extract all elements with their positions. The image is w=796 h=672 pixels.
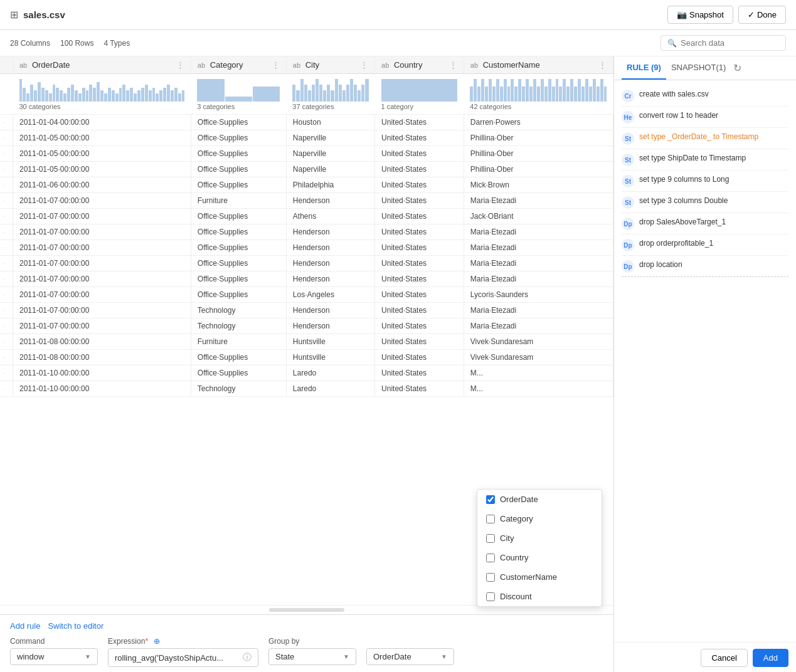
done-check-icon: ✓	[748, 10, 755, 19]
table-cell: Henderson	[286, 240, 374, 256]
dropdown-checkbox-city[interactable]	[486, 534, 495, 543]
col-menu-category[interactable]: ⋮	[272, 60, 280, 70]
rule-icon-st: St	[622, 154, 634, 166]
col-header-category[interactable]: ab Category ⋮	[191, 56, 286, 74]
groupby-select[interactable]: State ▼	[268, 648, 356, 665]
meta-bar: 28 Columns 100 Rows 4 Types 🔍	[0, 30, 796, 56]
row-indicator: ·	[0, 240, 13, 256]
dropdown-checkbox-orderdate[interactable]	[486, 495, 495, 504]
rule-item[interactable]: Stset type _OrderDate_ to Timestamp	[622, 128, 788, 149]
table-cell: Henderson	[286, 256, 374, 271]
rule-item[interactable]: Stset type 3 columns Double	[622, 192, 788, 213]
dropdown-checkbox-country[interactable]	[486, 554, 495, 562]
add-rule-link[interactable]: Add rule	[10, 621, 40, 631]
command-select[interactable]: window ▼	[10, 648, 98, 665]
table-cell: Office·Supplies	[191, 365, 286, 381]
add-button[interactable]: Add	[753, 649, 788, 667]
table-cell: M...	[464, 381, 613, 397]
cancel-button[interactable]: Cancel	[701, 649, 747, 667]
dropdown-item-discount[interactable]: Discount	[477, 587, 602, 606]
search-bar[interactable]: 🔍	[661, 35, 786, 51]
rule-text: drop location	[639, 260, 682, 270]
tab-rule[interactable]: RULE (9)	[622, 56, 666, 80]
search-icon: 🔍	[667, 39, 677, 48]
search-input[interactable]	[681, 38, 775, 48]
table-cell: 2011-01-04·00:00:00	[13, 115, 191, 130]
table-cell: Henderson	[286, 271, 374, 287]
rule-item[interactable]: Dpdrop SalesAboveTarget_1	[622, 213, 788, 234]
rule-actions: Cancel Add	[614, 642, 796, 672]
table-cell: Office·Supplies	[191, 287, 286, 303]
col-header-city[interactable]: ab City ⋮	[286, 56, 374, 74]
rule-item[interactable]: Stset type 9 columns to Long	[622, 171, 788, 192]
expression-add-icon[interactable]: ⊕	[154, 637, 160, 646]
table-cell: Office·Supplies	[191, 256, 286, 271]
command-label: Command	[10, 637, 98, 646]
right-panel: RULE (9) SNAPSHOT(1) ↻ Crcreate with sal…	[614, 56, 796, 672]
snapshot-button[interactable]: 📷 Snapshot	[667, 6, 733, 24]
row-indicator: ·	[0, 381, 13, 397]
switch-editor-link[interactable]: Switch to editor	[48, 621, 103, 631]
dropdown-checkbox-category[interactable]	[486, 515, 495, 523]
rule-icon-dp: Dp	[622, 239, 634, 251]
horizontal-scrollbar[interactable]	[269, 608, 344, 612]
dropdown-item-customername[interactable]: CustomerName	[477, 567, 602, 587]
table-cell: Henderson	[286, 303, 374, 318]
rule-item[interactable]: Crcreate with sales.csv	[622, 85, 788, 107]
table-row: ·2011-01-07·00:00:00Office·SuppliesAthen…	[0, 209, 613, 224]
table-cell: 2011-01-10·00:00:00	[13, 381, 191, 397]
col-header-country[interactable]: ab Country ⋮	[375, 56, 464, 74]
table-cell: United·States	[375, 146, 464, 162]
row-indicator: ·	[0, 162, 13, 177]
col-menu-orderdate[interactable]: ⋮	[176, 60, 184, 70]
orderby-label	[366, 637, 454, 646]
orderby-chevron-icon: ▼	[441, 653, 447, 660]
refresh-icon[interactable]: ↻	[733, 62, 741, 74]
dropdown-item-orderdate[interactable]: OrderDate	[477, 490, 602, 509]
table-cell: United·States	[375, 365, 464, 381]
dropdown-checkbox-discount[interactable]	[486, 592, 495, 601]
table-row: ·2011-01-07·00:00:00FurnitureHendersonUn…	[0, 193, 613, 209]
rule-item[interactable]: Heconvert row 1 to header	[622, 107, 788, 128]
expression-info-icon[interactable]: ⓘ	[243, 652, 252, 663]
cat-count-customername: 42 categories	[470, 102, 607, 112]
file-icon: ⊞	[10, 9, 18, 21]
rule-links: Add rule Switch to editor	[10, 621, 603, 631]
column-dropdown: OrderDateCategoryCityCountryCustomerName…	[477, 489, 602, 607]
row-indicator: ·	[0, 224, 13, 240]
row-indicator: ·	[0, 130, 13, 146]
expression-label: Expression* ⊕	[108, 637, 258, 646]
orderby-select[interactable]: OrderDate ▼	[366, 648, 454, 665]
table-cell: Office·Supplies	[191, 130, 286, 146]
table-cell: United·States	[375, 271, 464, 287]
table-cell: Office·Supplies	[191, 115, 286, 130]
rule-item[interactable]: Dpdrop location	[622, 256, 788, 277]
tab-snapshot[interactable]: SNAPSHOT(1)	[666, 56, 731, 80]
dropdown-checkbox-customername[interactable]	[486, 573, 495, 582]
table-row: ·2011-01-07·00:00:00Office·SuppliesHende…	[0, 240, 613, 256]
done-button[interactable]: ✓ Done	[738, 6, 786, 24]
col-header-orderdate[interactable]: ab OrderDate ⋮	[13, 56, 191, 74]
rule-text: convert row 1 to header	[639, 110, 718, 121]
rule-icon-cr: Cr	[622, 90, 634, 102]
col-menu-city[interactable]: ⋮	[360, 60, 368, 70]
col-menu-customername[interactable]: ⋮	[598, 60, 607, 70]
table-cell: United·States	[375, 318, 464, 334]
table-cell: Office·Supplies	[191, 224, 286, 240]
rule-item[interactable]: Stset type ShipDate to Timestamp	[622, 149, 788, 171]
col-menu-country[interactable]: ⋮	[449, 60, 457, 70]
table-row: ·2011-01-10·00:00:00TechnologyLaredoUnit…	[0, 381, 613, 397]
table-row: ·2011-01-07·00:00:00TechnologyHendersonU…	[0, 303, 613, 318]
rule-text: create with sales.csv	[639, 89, 709, 100]
table-cell: 2011-01-07·00:00:00	[13, 209, 191, 224]
col-header-customername[interactable]: ab CustomerName ⋮	[464, 56, 613, 74]
dropdown-label: CustomerName	[500, 572, 557, 582]
dropdown-item-city[interactable]: City	[477, 528, 602, 548]
dropdown-item-country[interactable]: Country	[477, 548, 602, 567]
row-indicator: ·	[0, 318, 13, 334]
snapshot-label: Snapshot	[689, 10, 724, 19]
dropdown-item-category[interactable]: Category	[477, 509, 602, 528]
table-cell: United·States	[375, 209, 464, 224]
expression-field[interactable]: rolling_avg('DaystoShipActu... ⓘ	[108, 648, 258, 667]
rule-item[interactable]: Dpdrop orderprofitable_1	[622, 234, 788, 256]
